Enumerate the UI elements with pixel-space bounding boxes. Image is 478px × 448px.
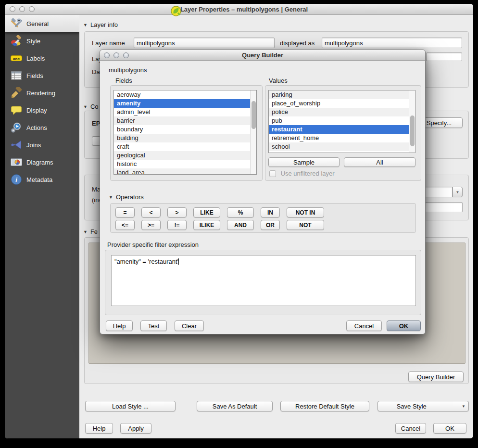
sidebar-item-diagrams[interactable]: Diagrams [5, 154, 79, 171]
query-builder-titlebar[interactable]: Query Builder [100, 50, 425, 61]
field-list-item[interactable]: land_area [114, 168, 256, 175]
qgis-icon [170, 5, 178, 13]
ok-button[interactable]: OK [433, 423, 466, 434]
operator-button-or[interactable]: OR [261, 220, 280, 230]
operator-button-%[interactable]: % [227, 207, 254, 218]
cancel-button[interactable]: Cancel [395, 423, 426, 434]
operator-button-not[interactable]: NOT [287, 220, 324, 230]
operator-button-like[interactable]: LIKE [193, 207, 220, 218]
operator-button-in[interactable]: IN [261, 207, 280, 218]
field-list-item[interactable]: aeroway [114, 90, 256, 99]
values-scrollbar-thumb[interactable] [410, 115, 415, 146]
save-style-button[interactable]: Save Style▼ [377, 401, 469, 411]
sidebar-item-fields[interactable]: Fields [5, 67, 79, 84]
layer-name-input[interactable] [134, 38, 275, 48]
sidebar-item-display[interactable]: Display [5, 102, 79, 119]
operator-button-!=[interactable]: != [167, 220, 187, 230]
displayed-as-input[interactable] [322, 38, 462, 48]
restore-default-style-button[interactable]: Restore Default Style [280, 401, 369, 411]
field-list-item[interactable]: craft [114, 142, 256, 151]
operator-button-and[interactable]: AND [227, 220, 254, 230]
query-builder-button[interactable]: Query Builder [408, 371, 464, 382]
dialog-title: Query Builder [242, 51, 283, 59]
field-list-item[interactable]: historic [114, 160, 256, 168]
operator-button-<=[interactable]: <= [115, 220, 135, 230]
window-title: Layer Properties – multipolygons | Gener… [170, 5, 308, 13]
crs-button-partial[interactable] [92, 136, 100, 146]
sidebar-item-labels[interactable]: abcLabels [5, 50, 79, 67]
layer-source-input-partial[interactable] [426, 52, 462, 61]
use-unfiltered-checkbox[interactable] [269, 170, 276, 177]
fields-scrollbar-thumb[interactable] [252, 101, 256, 129]
sidebar-item-metadata[interactable]: iMetadata [5, 171, 79, 188]
layer-info-header[interactable]: ▼Layer info [83, 21, 118, 28]
load-style-button[interactable]: Load Style ... [85, 401, 176, 411]
sidebar-item-style[interactable]: Style [5, 32, 79, 50]
diagram-icon [11, 156, 22, 168]
value-list-item[interactable]: parking [269, 90, 415, 99]
operator-button->=[interactable]: >= [141, 220, 161, 230]
minimize-button[interactable] [19, 6, 25, 12]
dialog-close-button[interactable] [104, 52, 110, 58]
tools-icon [11, 18, 22, 29]
close-button[interactable] [10, 6, 15, 12]
qb-cancel-button[interactable]: Cancel [346, 320, 382, 331]
field-list-item[interactable]: boundary [114, 125, 256, 134]
svg-text:i: i [15, 176, 17, 183]
crs-header-partial[interactable]: ▼Co [83, 103, 99, 110]
qb-ok-button[interactable]: OK [387, 320, 421, 331]
operator-button->[interactable]: > [167, 207, 187, 218]
field-list-item[interactable]: geological [114, 151, 256, 160]
value-list-item[interactable]: restaurant [269, 125, 415, 134]
value-list-item[interactable]: retirement_home [269, 134, 415, 142]
sidebar-item-label: Fields [26, 72, 43, 79]
operators-header[interactable]: ▼Operators [109, 193, 144, 201]
field-list-item[interactable]: admin_level [114, 108, 256, 116]
qb-clear-button[interactable]: Clear [175, 320, 204, 331]
values-groupbox: parkingplace_of_worshippolicepubrestaura… [265, 85, 421, 181]
button-label: Load Style ... [112, 403, 149, 410]
operator-button-<[interactable]: < [141, 207, 161, 218]
disclosure-triangle-icon: ▼ [83, 23, 88, 27]
value-list-item[interactable]: school [269, 142, 415, 151]
fields-scrollbar[interactable] [250, 90, 256, 174]
operator-button-not-in[interactable]: NOT IN [287, 207, 324, 218]
zoom-button[interactable] [29, 6, 35, 12]
dialog-zoom-button[interactable] [123, 52, 129, 58]
screen: Layer Properties – multipolygons | Gener… [0, 0, 478, 448]
sidebar-item-rendering[interactable]: Rendering [5, 84, 79, 102]
sample-button[interactable]: Sample [268, 157, 340, 167]
text-caret [178, 258, 179, 265]
apply-button[interactable]: Apply [120, 423, 151, 434]
help-button[interactable]: Help [85, 423, 113, 434]
value-list-item[interactable]: police [269, 108, 415, 116]
field-list-item[interactable]: amenity [114, 99, 256, 108]
value-list-item[interactable]: place_of_worship [269, 99, 415, 108]
sidebar-item-label: Diagrams [26, 159, 53, 166]
sidebar-item-label: General [26, 20, 49, 27]
operator-button-=[interactable]: = [115, 207, 135, 218]
operator-button-ilike[interactable]: ILIKE [193, 220, 220, 230]
dialog-layer-name: multipolygons [109, 66, 147, 74]
window-titlebar[interactable]: Layer Properties – multipolygons | Gener… [5, 4, 473, 15]
paintbrush-icon [11, 35, 22, 47]
button-label: Restore Default Style [295, 403, 354, 410]
dialog-minimize-button[interactable] [113, 52, 119, 58]
save-as-default-button[interactable]: Save As Default [197, 401, 273, 411]
value-list-item[interactable]: pub [269, 116, 415, 125]
sidebar-item-general[interactable]: General [5, 15, 79, 32]
features-header-partial[interactable]: ▼Fe [83, 228, 98, 235]
field-list-item[interactable]: building [114, 134, 256, 142]
all-button[interactable]: All [344, 157, 415, 167]
sidebar-item-label: Labels [26, 55, 45, 62]
values-scrollbar[interactable] [409, 90, 415, 153]
fields-groupbox: aerowayamenityadmin_levelbarrierboundary… [110, 85, 263, 181]
scale-combobox-arrow[interactable]: ▼ [453, 187, 463, 197]
qb-test-button[interactable]: Test [140, 320, 167, 331]
qb-help-button[interactable]: Help [106, 320, 133, 331]
filter-expression-textarea[interactable]: "amenity" = 'restaurant' [111, 255, 416, 306]
sidebar-item-actions[interactable]: Actions [5, 119, 79, 136]
filter-groupbox: "amenity" = 'restaurant' [105, 250, 421, 315]
field-list-item[interactable]: barrier [114, 116, 256, 125]
sidebar-item-joins[interactable]: Joins [5, 136, 79, 154]
